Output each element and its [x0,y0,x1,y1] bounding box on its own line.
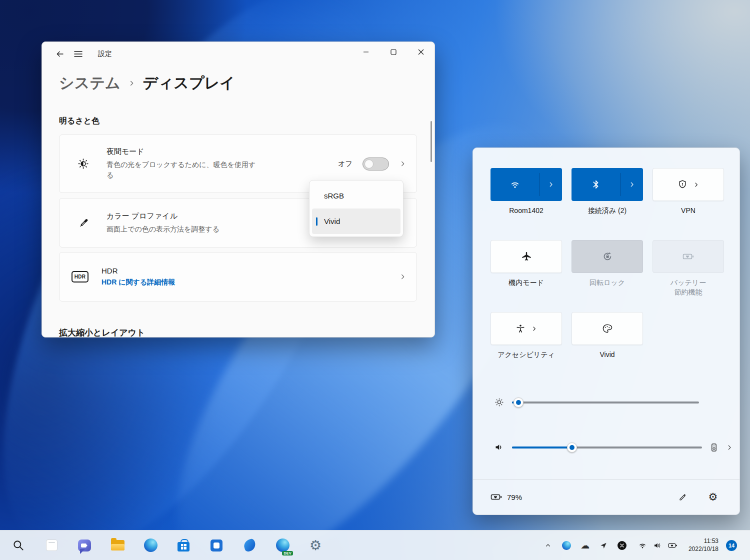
menu-button[interactable] [69,45,87,63]
battery-percentage: 79% [507,493,522,502]
volume-slider-thumb[interactable] [567,442,577,452]
night-mode-state-label: オフ [338,160,352,168]
bluetooth-icon [591,180,601,190]
edge-icon [144,538,158,552]
vpn-label: VPN [652,206,724,216]
night-mode-text: 夜間モード 青色の光をブロックするために、暖色を使用する [106,147,338,180]
wifi-expand-button[interactable] [540,168,562,201]
accessibility-tile[interactable] [490,312,562,345]
taskbar-app-blue-swirl[interactable] [240,536,260,556]
wifi-tile [490,168,562,201]
taskbar-store-button[interactable] [174,536,194,556]
bluetooth-cell: 接続済み (2) [572,168,643,215]
battery-saver-label-line2: 節約機能 [652,288,724,297]
night-mode-toggle[interactable] [362,158,389,170]
taskbar-chat-button[interactable] [74,536,94,556]
brightness-icon [493,397,505,408]
chevron-right-icon [628,181,636,188]
tray-status-icon[interactable] [616,540,628,551]
send-arrow-icon [600,542,608,550]
dropdown-option-vivid[interactable]: Vivid [312,208,400,234]
taskbar-file-explorer-button[interactable] [108,536,128,556]
settings-button[interactable]: ⚙ [704,488,722,506]
white-square-app-icon [46,540,58,551]
chevron-right-icon [693,182,700,188]
hdr-title: HDR [102,266,399,275]
airplane-mode-tile[interactable] [490,240,562,273]
night-light-icon [74,158,92,170]
x-circle-icon [618,541,626,550]
brightness-row [493,397,699,408]
breadcrumb-system[interactable]: システム [59,73,120,94]
dev-badge: DEV [282,551,293,556]
taskbar-edge-button[interactable] [140,536,160,556]
close-button[interactable] [407,42,434,62]
pencil-icon [678,492,688,502]
folder-icon [111,540,124,550]
dropdown-option-srgb[interactable]: sRGB [312,183,400,208]
vivid-tile[interactable] [572,312,643,345]
chevron-right-icon[interactable] [399,160,406,168]
brightness-slider[interactable] [512,402,699,404]
quick-settings-panel: Room1402 接続済み ( [472,148,740,515]
volume-slider[interactable] [512,446,702,448]
minimize-icon [363,49,369,55]
volume-expand-chevron-icon[interactable] [726,444,733,451]
taskbar-clock[interactable]: 11:53 2022/10/18 [688,538,718,553]
dropdown-option-label: Vivid [324,217,340,226]
speaker-icon [653,541,662,550]
bluetooth-tile [572,168,643,201]
shield-icon [677,179,688,190]
back-button[interactable] [51,45,69,63]
section-brightness-color: 明るさと色 [59,116,100,126]
battery-saver-label-line1: バッテリー [652,278,724,288]
gear-icon: ⚙ [708,491,718,503]
airplane-cell: 機内モード [490,240,562,287]
chevron-right-icon[interactable] [399,273,406,280]
taskbar-edge-dev-button[interactable]: DEV [272,536,292,556]
edit-quick-settings-button[interactable] [674,488,692,506]
brightness-slider-thumb[interactable] [514,398,524,408]
cloud-icon: ☁ [580,540,590,550]
toggle-thumb [364,160,374,168]
airplane-mode-label: 機内モード [490,278,562,288]
battery-saver-tile [652,240,724,273]
maximize-icon [390,49,396,55]
close-icon [418,49,424,55]
chevron-right-icon [531,326,538,332]
speaker-icon [493,442,505,452]
tray-chevron-up-button[interactable] [542,540,554,551]
notification-count-badge[interactable]: 14 [726,540,737,551]
hdr-icon: HDR [72,271,88,282]
scrollbar[interactable] [430,121,432,162]
vpn-tile[interactable] [652,168,724,201]
section-scale-layout: 拡大縮小とレイアウト [59,327,145,338]
bluetooth-label: 接続済み (2) [572,206,643,216]
maximize-button[interactable] [380,42,407,62]
vpn-cell: VPN [652,168,724,215]
tray-network-volume-battery-button[interactable] [635,541,681,550]
dropdown-option-label: sRGB [324,192,344,200]
footer-divider [473,480,740,480]
taskbar-tray: ☁ [542,538,750,553]
wifi-icon [638,541,647,550]
rotation-lock-tile [572,240,643,273]
tray-location-icon[interactable] [598,540,609,551]
taskbar-app-white-square[interactable] [42,536,62,556]
quick-settings-footer: 79% ⚙ [490,486,722,508]
audio-output-icon[interactable] [709,442,719,452]
windows-panes-glyph [181,544,186,550]
taskbar-app-blue-board[interactable] [206,536,226,556]
desktop: 設定 システム ディスプレイ 明るさと色 [0,0,750,560]
tray-onedrive-icon[interactable]: ☁ [580,540,590,551]
quick-settings-grid: Room1402 接続済み ( [490,168,724,359]
bluetooth-expand-button[interactable] [621,168,643,201]
hdr-info-link[interactable]: HDR に関する詳細情報 [102,278,399,287]
taskbar-settings-button[interactable]: ⚙ [306,536,326,556]
bluetooth-toggle-button[interactable] [572,168,620,201]
tray-edge-icon[interactable] [561,540,572,551]
hdr-card[interactable]: HDR HDR HDR に関する詳細情報 [59,252,417,302]
wifi-toggle-button[interactable] [490,168,540,201]
minimize-button[interactable] [352,42,380,62]
taskbar-search-button[interactable] [8,536,28,556]
